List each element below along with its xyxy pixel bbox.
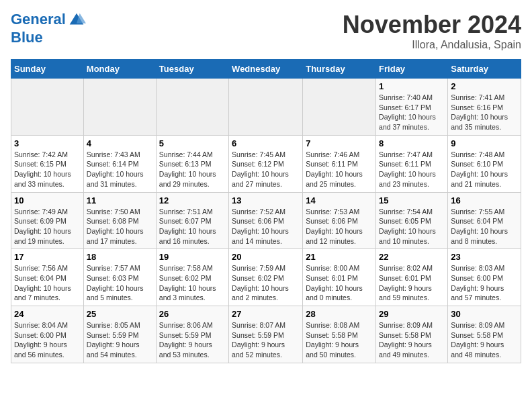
day-info: Sunrise: 7:52 AM Sunset: 6:06 PM Dayligh…	[232, 207, 300, 246]
calendar-cell-w4d5: 29Sunrise: 8:09 AM Sunset: 5:58 PM Dayli…	[376, 306, 448, 363]
col-header-saturday: Saturday	[448, 60, 521, 79]
day-number: 24	[14, 309, 81, 319]
day-info: Sunrise: 8:02 AM Sunset: 6:01 PM Dayligh…	[379, 263, 445, 303]
day-number: 28	[306, 309, 373, 319]
title-block: November 2024 Illora, Andalusia, Spain	[343, 11, 521, 51]
calendar-cell-w4d3: 27Sunrise: 8:07 AM Sunset: 5:59 PM Dayli…	[229, 306, 303, 363]
logo: General Blue	[11, 11, 86, 46]
day-info: Sunrise: 7:46 AM Sunset: 6:11 PM Dayligh…	[306, 150, 373, 189]
day-number: 19	[159, 252, 226, 262]
day-number: 18	[87, 252, 153, 262]
calendar-cell-w2d6: 16Sunrise: 7:55 AM Sunset: 6:04 PM Dayli…	[448, 192, 521, 249]
day-info: Sunrise: 8:09 AM Sunset: 5:58 PM Dayligh…	[379, 320, 445, 360]
calendar-cell-w4d1: 25Sunrise: 8:05 AM Sunset: 5:59 PM Dayli…	[83, 306, 156, 363]
calendar-cell-w0d5: 1Sunrise: 7:40 AM Sunset: 6:17 PM Daylig…	[376, 79, 448, 136]
calendar-cell-w4d6: 30Sunrise: 8:09 AM Sunset: 5:58 PM Dayli…	[448, 306, 521, 363]
day-info: Sunrise: 7:41 AM Sunset: 6:16 PM Dayligh…	[451, 93, 518, 132]
day-info: Sunrise: 7:48 AM Sunset: 6:10 PM Dayligh…	[451, 150, 518, 189]
day-number: 22	[379, 252, 445, 262]
month-title: November 2024	[343, 11, 521, 39]
day-number: 2	[451, 81, 518, 91]
calendar-cell-w2d2: 12Sunrise: 7:51 AM Sunset: 6:07 PM Dayli…	[156, 192, 228, 249]
day-info: Sunrise: 7:56 AM Sunset: 6:04 PM Dayligh…	[14, 263, 81, 303]
calendar-cell-w1d2: 5Sunrise: 7:44 AM Sunset: 6:13 PM Daylig…	[156, 135, 228, 192]
calendar-cell-w3d0: 17Sunrise: 7:56 AM Sunset: 6:04 PM Dayli…	[11, 249, 84, 306]
day-info: Sunrise: 8:06 AM Sunset: 5:59 PM Dayligh…	[159, 320, 226, 360]
day-info: Sunrise: 8:09 AM Sunset: 5:58 PM Dayligh…	[451, 320, 518, 360]
calendar-cell-w4d2: 26Sunrise: 8:06 AM Sunset: 5:59 PM Dayli…	[156, 306, 228, 363]
calendar-cell-w3d6: 23Sunrise: 8:03 AM Sunset: 6:00 PM Dayli…	[448, 249, 521, 306]
day-info: Sunrise: 7:54 AM Sunset: 6:05 PM Dayligh…	[379, 207, 445, 246]
calendar-cell-w1d6: 9Sunrise: 7:48 AM Sunset: 6:10 PM Daylig…	[448, 135, 521, 192]
day-info: Sunrise: 7:47 AM Sunset: 6:11 PM Dayligh…	[379, 150, 445, 189]
day-number: 15	[379, 195, 445, 205]
location-title: Illora, Andalusia, Spain	[343, 39, 521, 51]
calendar-cell-w1d4: 7Sunrise: 7:46 AM Sunset: 6:11 PM Daylig…	[303, 135, 376, 192]
day-number: 21	[306, 252, 373, 262]
day-info: Sunrise: 7:58 AM Sunset: 6:02 PM Dayligh…	[159, 263, 226, 303]
calendar-cell-w3d2: 19Sunrise: 7:58 AM Sunset: 6:02 PM Dayli…	[156, 249, 228, 306]
day-number: 23	[451, 252, 518, 262]
logo-text2: Blue	[11, 30, 86, 46]
day-info: Sunrise: 7:55 AM Sunset: 6:04 PM Dayligh…	[451, 207, 518, 246]
day-info: Sunrise: 8:00 AM Sunset: 6:01 PM Dayligh…	[306, 263, 373, 303]
day-number: 30	[451, 309, 518, 319]
calendar-cell-w2d4: 14Sunrise: 7:53 AM Sunset: 6:06 PM Dayli…	[303, 192, 376, 249]
day-number: 14	[306, 195, 373, 205]
day-info: Sunrise: 7:59 AM Sunset: 6:02 PM Dayligh…	[232, 263, 300, 303]
calendar-cell-w0d1	[83, 79, 156, 136]
day-info: Sunrise: 7:49 AM Sunset: 6:09 PM Dayligh…	[14, 207, 81, 246]
day-number: 26	[159, 309, 226, 319]
day-number: 27	[232, 309, 300, 319]
day-info: Sunrise: 7:57 AM Sunset: 6:03 PM Dayligh…	[87, 263, 153, 303]
calendar-cell-w2d5: 15Sunrise: 7:54 AM Sunset: 6:05 PM Dayli…	[376, 192, 448, 249]
calendar-cell-w0d4	[303, 79, 376, 136]
logo-text: General	[11, 11, 86, 30]
day-number: 17	[14, 252, 81, 262]
calendar-cell-w0d0	[11, 79, 84, 136]
day-info: Sunrise: 8:05 AM Sunset: 5:59 PM Dayligh…	[87, 320, 153, 360]
calendar-cell-w0d6: 2Sunrise: 7:41 AM Sunset: 6:16 PM Daylig…	[448, 79, 521, 136]
day-info: Sunrise: 7:53 AM Sunset: 6:06 PM Dayligh…	[306, 207, 373, 246]
calendar-cell-w0d2	[156, 79, 228, 136]
day-info: Sunrise: 8:07 AM Sunset: 5:59 PM Dayligh…	[232, 320, 300, 360]
day-number: 1	[379, 81, 445, 91]
calendar-cell-w3d4: 21Sunrise: 8:00 AM Sunset: 6:01 PM Dayli…	[303, 249, 376, 306]
day-info: Sunrise: 7:40 AM Sunset: 6:17 PM Dayligh…	[379, 93, 445, 132]
calendar-cell-w0d3	[229, 79, 303, 136]
col-header-tuesday: Tuesday	[156, 60, 228, 79]
page-header: General Blue November 2024 Illora, Andal…	[11, 11, 521, 51]
col-header-friday: Friday	[376, 60, 448, 79]
calendar-cell-w1d1: 4Sunrise: 7:43 AM Sunset: 6:14 PM Daylig…	[83, 135, 156, 192]
day-number: 10	[14, 195, 81, 205]
calendar-cell-w3d5: 22Sunrise: 8:02 AM Sunset: 6:01 PM Dayli…	[376, 249, 448, 306]
day-info: Sunrise: 7:44 AM Sunset: 6:13 PM Dayligh…	[159, 150, 226, 189]
day-number: 20	[232, 252, 300, 262]
calendar-cell-w1d3: 6Sunrise: 7:45 AM Sunset: 6:12 PM Daylig…	[229, 135, 303, 192]
day-number: 3	[14, 138, 81, 148]
day-info: Sunrise: 7:42 AM Sunset: 6:15 PM Dayligh…	[14, 150, 81, 189]
day-info: Sunrise: 8:08 AM Sunset: 5:58 PM Dayligh…	[306, 320, 373, 360]
col-header-thursday: Thursday	[303, 60, 376, 79]
day-number: 12	[159, 195, 226, 205]
col-header-wednesday: Wednesday	[229, 60, 303, 79]
day-number: 6	[232, 138, 300, 148]
day-info: Sunrise: 7:43 AM Sunset: 6:14 PM Dayligh…	[87, 150, 153, 189]
day-number: 5	[159, 138, 226, 148]
day-number: 16	[451, 195, 518, 205]
calendar-cell-w2d1: 11Sunrise: 7:50 AM Sunset: 6:08 PM Dayli…	[83, 192, 156, 249]
day-number: 8	[379, 138, 445, 148]
calendar-cell-w2d3: 13Sunrise: 7:52 AM Sunset: 6:06 PM Dayli…	[229, 192, 303, 249]
day-number: 25	[87, 309, 153, 319]
day-number: 4	[87, 138, 153, 148]
day-info: Sunrise: 7:50 AM Sunset: 6:08 PM Dayligh…	[87, 207, 153, 246]
calendar-cell-w1d0: 3Sunrise: 7:42 AM Sunset: 6:15 PM Daylig…	[11, 135, 84, 192]
day-info: Sunrise: 8:04 AM Sunset: 6:00 PM Dayligh…	[14, 320, 81, 360]
calendar-cell-w4d0: 24Sunrise: 8:04 AM Sunset: 6:00 PM Dayli…	[11, 306, 84, 363]
day-number: 11	[87, 195, 153, 205]
calendar-cell-w3d1: 18Sunrise: 7:57 AM Sunset: 6:03 PM Dayli…	[83, 249, 156, 306]
day-number: 9	[451, 138, 518, 148]
calendar-cell-w2d0: 10Sunrise: 7:49 AM Sunset: 6:09 PM Dayli…	[11, 192, 84, 249]
day-info: Sunrise: 7:45 AM Sunset: 6:12 PM Dayligh…	[232, 150, 300, 189]
col-header-monday: Monday	[83, 60, 156, 79]
